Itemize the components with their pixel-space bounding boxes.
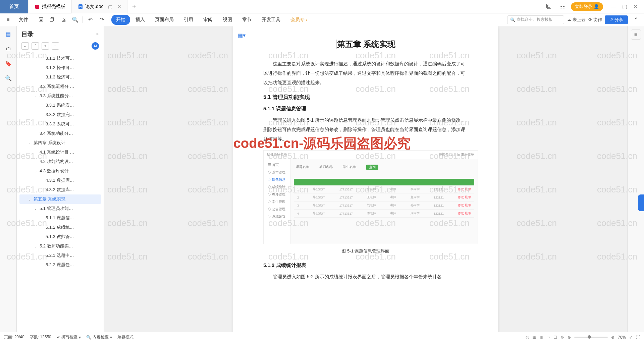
- toc-item[interactable]: 5.1.2 成绩统…: [19, 223, 101, 232]
- toc-item[interactable]: 5.1.1 课题信…: [19, 213, 101, 223]
- preview-icon[interactable]: 🔍: [70, 14, 80, 25]
- statusbar: 页面: 29/40 字数: 12550 ✔拼写检查 ▾ 🔍内容检查 ▾ 兼容模式…: [0, 332, 644, 342]
- toc-item[interactable]: 4.1 系统设计目 …: [19, 148, 101, 157]
- heading-2: 5.1 管理员功能实现: [263, 94, 468, 101]
- toc-item[interactable]: 3.3.3 系统可…: [19, 119, 101, 129]
- page-tool-icon[interactable]: ▦▾: [238, 32, 246, 39]
- toc-item[interactable]: 5.1.3 教师管…: [19, 232, 101, 241]
- fit-icon[interactable]: ⤢: [629, 335, 633, 340]
- menu-icon[interactable]: ≡: [3, 14, 13, 25]
- settings-icon[interactable]: ⚙: [560, 335, 564, 340]
- expand-all-icon[interactable]: ⌃: [32, 42, 39, 50]
- spell-icon: ✔: [57, 335, 60, 340]
- toc-item[interactable]: ⌄第四章 系统设计: [19, 138, 101, 148]
- save-icon[interactable]: 🖫: [36, 14, 46, 25]
- print-icon[interactable]: 🖨: [58, 14, 69, 25]
- toc-item[interactable]: 4.3.2 数据库…: [19, 185, 101, 194]
- more-icon[interactable]: ⌃: [631, 14, 641, 25]
- doc-icon: W: [78, 4, 83, 9]
- file-menu[interactable]: 文件: [14, 15, 33, 25]
- side-tab[interactable]: [638, 194, 644, 211]
- maximize-icon[interactable]: ▢: [620, 2, 629, 11]
- tab-start[interactable]: 开始: [111, 15, 130, 25]
- search-input[interactable]: 🔍查找命令、搜索模板: [507, 15, 564, 24]
- toc-item[interactable]: 3.4 系统功能分…: [19, 129, 101, 138]
- toc-item[interactable]: ⌄3.3 系统性能分…: [19, 91, 101, 101]
- save-as-icon[interactable]: 🗍: [47, 14, 58, 25]
- toc-item[interactable]: 3.1.2 操作可…: [19, 63, 101, 72]
- tab-layout[interactable]: 页面布局: [150, 15, 178, 25]
- remove-icon[interactable]: −: [52, 42, 59, 50]
- view-print-icon[interactable]: ▦: [532, 335, 536, 340]
- content-check-button[interactable]: 🔍内容检查 ▾: [86, 334, 112, 340]
- outline-icon[interactable]: ▤: [4, 30, 13, 38]
- login-button[interactable]: 立即登录👤: [571, 2, 603, 11]
- tab-template[interactable]: 找稻壳模板: [29, 0, 72, 13]
- template-icon: [35, 4, 40, 9]
- zoom-in-icon[interactable]: ⊕: [611, 335, 614, 340]
- tab-doc[interactable]: W 论文.doc ▢ ×: [72, 0, 127, 13]
- spellcheck-button[interactable]: ✔拼写检查 ▾: [57, 334, 81, 340]
- close-tab-icon[interactable]: ×: [118, 4, 121, 10]
- close-icon[interactable]: ✕: [631, 2, 640, 11]
- paragraph: 管理员进入如图 5-1 所示的课题信息管理界面之后，管理员点击信息显示栏中最右侧…: [263, 115, 468, 144]
- toc-item[interactable]: ⌄5.2 教师功能实…: [19, 241, 101, 251]
- view-web-icon[interactable]: ▥: [539, 335, 543, 340]
- cloud-status[interactable]: ☁未上云: [567, 17, 586, 23]
- minimize-icon[interactable]: —: [609, 2, 619, 11]
- toc-item[interactable]: ⌄第五章 系统实现: [19, 194, 101, 204]
- toc-item[interactable]: 5.2.2 课题任…: [19, 260, 101, 270]
- apps-icon[interactable]: ⚏: [557, 2, 568, 12]
- heading-3: 5.1.2 成绩统计报表: [263, 262, 468, 269]
- tab-home[interactable]: 首页: [0, 0, 29, 13]
- page-indicator[interactable]: 页面: 29/40: [4, 334, 24, 340]
- find-icon[interactable]: 🔍: [4, 74, 13, 82]
- share-button[interactable]: ⇗分享: [605, 15, 628, 24]
- collab-button[interactable]: ⟳协作: [588, 17, 602, 23]
- close-outline-icon[interactable]: ×: [96, 31, 99, 37]
- new-tab-button[interactable]: +: [127, 3, 141, 10]
- bookmark-icon[interactable]: 🔖: [4, 59, 13, 68]
- tab-chapter[interactable]: 章节: [237, 15, 256, 25]
- toc-item[interactable]: 4.2 功能结构设…: [19, 157, 101, 166]
- tab-vip[interactable]: 会员专 ›: [286, 15, 312, 25]
- undo-icon[interactable]: ↶: [85, 14, 96, 25]
- compat-mode[interactable]: 兼容模式: [117, 334, 133, 340]
- heading-1: 第五章 系统实现: [263, 39, 468, 50]
- fullscreen-icon[interactable]: ⛶: [636, 335, 640, 340]
- layout-icon[interactable]: ⿻: [544, 2, 554, 12]
- document-area: ▦▾ 第五章 系统实现 这里主要是对系统设计实现进行描述，通过系统的设计和数据库…: [104, 26, 627, 332]
- redo-icon[interactable]: ↷: [96, 14, 107, 25]
- toc-item[interactable]: 4.3.1 数据库…: [19, 176, 101, 185]
- ai-icon[interactable]: AI: [92, 42, 99, 50]
- tab-review[interactable]: 审阅: [199, 15, 217, 25]
- cast-icon[interactable]: ▢: [108, 4, 112, 9]
- toc-item[interactable]: 3.3.1 系统安…: [19, 101, 101, 110]
- main: ▤ 🗀 🔖 🔍 目录 × ⌄ ⌃ + − AI 3.1.1 技术可…3.1.2 …: [0, 26, 644, 332]
- toc-item[interactable]: 3.1.1 技术可…: [19, 54, 101, 63]
- tab-dev[interactable]: 开发工具: [257, 15, 285, 25]
- tab-view[interactable]: 视图: [218, 15, 237, 25]
- view-read-icon[interactable]: ☐: [553, 335, 557, 340]
- add-icon[interactable]: +: [42, 42, 49, 50]
- nav-icon[interactable]: 🗀: [4, 44, 13, 53]
- word-count[interactable]: 字数: 12550: [30, 334, 51, 340]
- toc-item[interactable]: ⌄4.3 数据库设计: [19, 166, 101, 176]
- left-sidebar: ▤ 🗀 🔖 🔍: [0, 26, 17, 332]
- collapse-all-icon[interactable]: ⌄: [21, 42, 29, 50]
- titlebar: 首页 找稻壳模板 W 论文.doc ▢ × + ⿻ ⚏ 立即登录👤 — ▢ ✕: [0, 0, 644, 13]
- target-icon[interactable]: ◎: [526, 335, 529, 340]
- collab-icon: ⟳: [588, 17, 592, 22]
- toc-item[interactable]: 5.2.1 选题申…: [19, 251, 101, 260]
- toc-item[interactable]: 3.3.2 数据完…: [19, 110, 101, 119]
- tab-insert[interactable]: 插入: [131, 15, 150, 25]
- panel-toggle-icon[interactable]: ≡: [631, 30, 641, 40]
- zoom-out-icon[interactable]: ⊖: [568, 335, 571, 340]
- toc-item[interactable]: ⌄5.1 管理员功能…: [19, 204, 101, 213]
- view-outline-icon[interactable]: ▭: [546, 335, 550, 340]
- zoom-slider[interactable]: [574, 337, 608, 338]
- tab-ref[interactable]: 引用: [179, 15, 198, 25]
- zoom-level[interactable]: 70%: [618, 335, 626, 340]
- toc-item[interactable]: 3.1.3 经济可…: [19, 72, 101, 82]
- toc-item[interactable]: 3.2 系统流程分 …: [19, 82, 101, 91]
